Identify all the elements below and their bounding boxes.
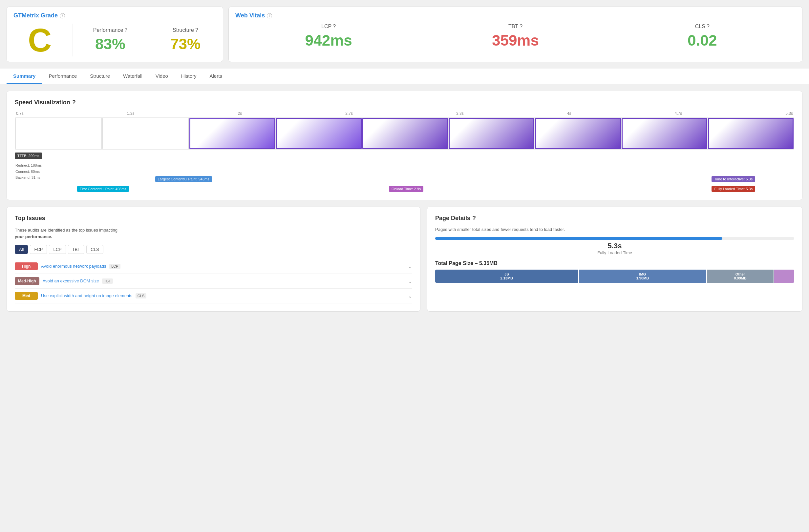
grade-help-icon[interactable]: ? xyxy=(60,13,65,18)
vitals-help-icon[interactable]: ? xyxy=(267,13,272,18)
issue-text-0[interactable]: Avoid enormous network payloads LCP xyxy=(41,264,404,269)
frame-3 xyxy=(276,118,362,149)
cls-label: CLS ? xyxy=(613,24,792,30)
marker-6: 4.7s xyxy=(675,111,682,116)
tbt-vital: TBT ? 359ms xyxy=(422,24,608,49)
marker-4: 3.3s xyxy=(456,111,464,116)
fully-loaded-value: 5.3s xyxy=(435,242,794,250)
cls-help-icon[interactable]: ? xyxy=(707,24,709,30)
tab-video[interactable]: Video xyxy=(149,69,175,84)
tti-label: Time to Interactive: 5.3s xyxy=(711,176,755,182)
frame-2 xyxy=(189,118,275,149)
speed-viz-panel: Speed Visualization ? 0.7s 1.3s 2s 2.7s … xyxy=(6,91,803,200)
page-details-description: Pages with smaller total sizes and fewer… xyxy=(435,227,794,232)
page-details-help-icon[interactable]: ? xyxy=(472,215,476,222)
issue-badge-0: High xyxy=(15,262,38,270)
grade-letter: C xyxy=(14,24,66,56)
issue-text-1[interactable]: Avoid an excessive DOM size TBT xyxy=(43,279,404,284)
marker-1: 1.3s xyxy=(127,111,135,116)
tab-performance[interactable]: Performance xyxy=(42,69,83,84)
frame-0 xyxy=(15,118,102,149)
marker-0: 0.7s xyxy=(16,111,24,116)
performance-metric: Performance ? 83% xyxy=(80,27,141,53)
img-bar-label: IMG xyxy=(639,272,646,276)
issue-row-1: Med-High Avoid an excessive DOM size TBT… xyxy=(15,274,412,289)
vitals-title-text: Web Vitals xyxy=(235,12,265,19)
performance-value: 83% xyxy=(80,35,141,53)
timing-labels-area: TTFB: 299ms Redirect: 188ms Connect: 80m… xyxy=(15,153,794,192)
issue-chevron-2[interactable]: ⌄ xyxy=(408,293,412,299)
filter-fcp[interactable]: FCP xyxy=(30,245,47,254)
lcp-timing-label: Largest Contentful Paint: 943ms xyxy=(155,176,212,182)
structure-metric: Structure ? 73% xyxy=(155,27,216,53)
filter-lcp[interactable]: LCP xyxy=(49,245,66,254)
bottom-section: Top Issues These audits are identified a… xyxy=(6,207,803,318)
frame-4 xyxy=(362,118,448,149)
issue-badge-1: Med-High xyxy=(15,277,39,285)
issue-tag-0: LCP xyxy=(109,264,120,269)
tabs-bar: Summary Performance Structure Waterfall … xyxy=(0,69,809,84)
frame-7 xyxy=(622,118,707,149)
structure-value: 73% xyxy=(155,35,216,53)
ttfb-label: TTFB: 299ms xyxy=(15,153,42,159)
filmstrip xyxy=(15,117,794,150)
bar-track xyxy=(435,237,794,240)
performance-help-icon[interactable]: ? xyxy=(124,27,127,33)
js-bar-label: JS xyxy=(504,272,509,276)
grade-content: C Performance ? 83% Structure ? 73% xyxy=(14,24,216,56)
bar-fill xyxy=(435,237,722,240)
lcp-label: LCP ? xyxy=(239,24,418,30)
structure-label: Structure ? xyxy=(155,27,216,33)
main-content: Speed Visualization ? 0.7s 1.3s 2s 2.7s … xyxy=(0,84,809,325)
ttfb-details: Redirect: 188ms Connect: 80ms Backend: 3… xyxy=(15,162,42,181)
frame-8 xyxy=(708,118,794,149)
cls-vital: CLS ? 0.02 xyxy=(609,24,795,49)
issue-badge-2: Med xyxy=(15,292,38,300)
img-bar-size: 1.90MB xyxy=(636,276,649,280)
issue-tag-2: CLS xyxy=(136,293,147,299)
frame-5 xyxy=(449,118,534,149)
vitals-card: Web Vitals ? LCP ? 942ms TBT ? 359ms C xyxy=(228,6,803,62)
issues-intro: These audits are identified as the top i… xyxy=(15,227,412,240)
size-bar-other: Other 0.99MB xyxy=(707,270,773,283)
speed-viz-help-icon[interactable]: ? xyxy=(72,99,76,106)
filter-all[interactable]: All xyxy=(15,245,28,254)
structure-help-icon[interactable]: ? xyxy=(195,27,198,33)
lcp-help-icon[interactable]: ? xyxy=(333,24,336,30)
tab-summary[interactable]: Summary xyxy=(6,69,42,84)
top-issues-panel: Top Issues These audits are identified a… xyxy=(6,207,420,312)
issues-intro-bold: your performance. xyxy=(15,234,52,239)
issue-chevron-0[interactable]: ⌄ xyxy=(408,263,412,270)
tab-waterfall[interactable]: Waterfall xyxy=(117,69,149,84)
size-bars: JS 2.13MB IMG 1.90MB Other 0.99MB xyxy=(435,270,794,283)
grade-card-title: GTMetrix Grade ? xyxy=(14,12,216,19)
flt-label: Fully Loaded Time: 5.3s xyxy=(711,186,755,192)
vitals-content: LCP ? 942ms TBT ? 359ms CLS ? 0.02 xyxy=(235,24,795,49)
filter-cls[interactable]: CLS xyxy=(86,245,103,254)
fully-loaded-bar: 5.3s Fully Loaded Time xyxy=(435,237,794,255)
connect-detail: Connect: 80ms xyxy=(15,169,42,175)
tbt-label: TBT ? xyxy=(425,24,605,30)
performance-label: Performance ? xyxy=(80,27,141,33)
filter-tbt[interactable]: TBT xyxy=(68,245,85,254)
issue-chevron-1[interactable]: ⌄ xyxy=(408,278,412,284)
backend-detail: Backend: 31ms xyxy=(15,175,42,181)
tab-history[interactable]: History xyxy=(175,69,203,84)
top-issues-title: Top Issues xyxy=(15,215,412,222)
vitals-card-title: Web Vitals ? xyxy=(235,12,795,19)
issues-intro-text: These audits are identified as the top i… xyxy=(15,228,118,233)
grade-title-text: GTMetrix Grade xyxy=(14,12,58,19)
issue-row-2: Med Use explicit width and height on ima… xyxy=(15,289,412,303)
tbt-help-icon[interactable]: ? xyxy=(519,24,522,30)
other-bar-size: 0.99MB xyxy=(734,276,747,280)
grade-divider xyxy=(72,24,73,56)
filter-buttons: All FCP LCP TBT CLS xyxy=(15,245,412,254)
issue-text-2[interactable]: Use explicit width and height on image e… xyxy=(41,293,404,299)
tab-structure[interactable]: Structure xyxy=(83,69,117,84)
cls-value: 0.02 xyxy=(613,32,792,49)
lcp-value: 942ms xyxy=(239,32,418,49)
marker-2: 2s xyxy=(238,111,242,116)
tab-alerts[interactable]: Alerts xyxy=(203,69,229,84)
other-bar-label: Other xyxy=(736,272,745,276)
grade-card: GTMetrix Grade ? C Performance ? 83% Str… xyxy=(6,6,223,62)
